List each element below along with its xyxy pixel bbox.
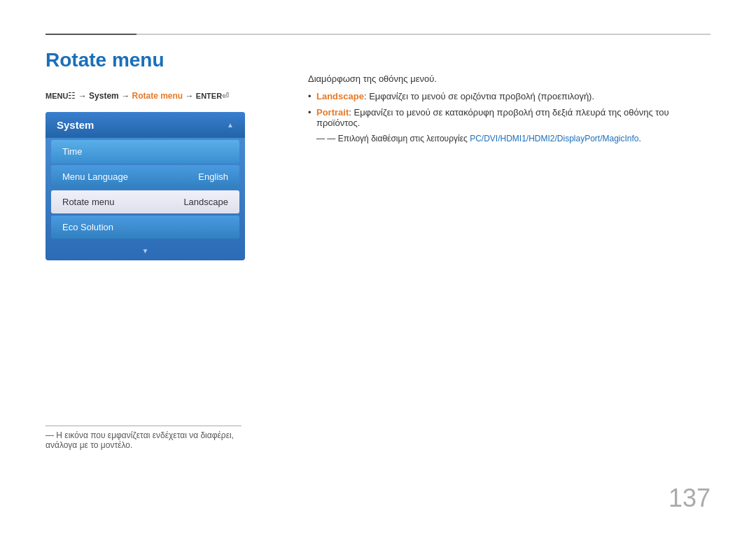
- description-main: Διαμόρφωση της οθόνης μενού.: [308, 73, 710, 84]
- note-prefix: ― Επιλογή διαθέσιμη στις λειτουργίες: [327, 134, 470, 143]
- menu-item-time-label: Time: [62, 146, 82, 157]
- note-suffix: .: [639, 134, 641, 143]
- portrait-text: : Εμφανίζει το μενού σε κατακόρυφη προβο…: [316, 107, 669, 128]
- scroll-down-icon: ▼: [142, 247, 149, 255]
- system-menu: System ▲ Time Menu Language English Rota…: [46, 112, 245, 260]
- system-menu-title: System: [57, 119, 94, 131]
- note-line: ― ― Επιλογή διαθέσιμη στις λειτουργίες P…: [308, 134, 710, 143]
- top-line-accent: [46, 34, 136, 35]
- menu-item-rotate-menu-value: Landscape: [183, 197, 228, 207]
- menu-item-eco-solution-label: Eco Solution: [62, 222, 113, 232]
- menu-icon: ☷: [68, 91, 76, 101]
- rotate-menu-label: Rotate menu: [132, 91, 183, 101]
- page-title: Rotate menu: [46, 49, 164, 71]
- scroll-down-container: ▼: [46, 241, 245, 260]
- footer-note: ― Η εικόνα που εμφανίζεται ενδέχεται να …: [46, 426, 241, 450]
- landscape-text: : Εμφανίζει το μενού σε οριζόντια προβολ…: [364, 91, 594, 101]
- landscape-description: Landscape: Εμφανίζει το μενού σε οριζόντ…: [308, 91, 710, 101]
- system-menu-header: System ▲: [46, 112, 245, 138]
- portrait-term: Portrait: [316, 107, 349, 118]
- system-label: System: [89, 91, 119, 101]
- portrait-description: Portrait: Εμφανίζει το μενού σε κατακόρυ…: [308, 107, 710, 128]
- menu-item-menu-language[interactable]: Menu Language English: [51, 165, 239, 188]
- right-content-area: Διαμόρφωση της οθόνης μενού. Landscape: …: [308, 73, 710, 143]
- arrow-1: →: [78, 91, 89, 101]
- scroll-up-icon: ▲: [227, 121, 234, 129]
- enter-label: ENTER: [196, 92, 222, 100]
- menu-item-menu-language-value: English: [198, 171, 228, 182]
- menu-item-rotate-menu-label: Rotate menu: [62, 197, 114, 207]
- menu-item-time[interactable]: Time: [51, 140, 239, 163]
- menu-symbol: MENU: [46, 92, 68, 100]
- enter-icon: ⏎: [222, 91, 229, 101]
- menu-path: MENU☷ → System → Rotate menu → ENTER⏎: [46, 91, 229, 101]
- arrow-2: →: [121, 91, 132, 101]
- landscape-term: Landscape: [316, 91, 364, 101]
- note-highlight: PC/DVI/HDMI1/HDMI2/DisplayPort/MagicInfo: [470, 134, 638, 143]
- top-line-full: [46, 34, 710, 35]
- page-number: 137: [668, 484, 710, 513]
- menu-item-eco-solution[interactable]: Eco Solution: [51, 216, 239, 239]
- menu-item-rotate-menu[interactable]: Rotate menu Landscape: [51, 190, 239, 213]
- note-dash: ―: [316, 134, 327, 143]
- arrow-3: →: [186, 91, 196, 101]
- description-list: Landscape: Εμφανίζει το μενού σε οριζόντ…: [308, 91, 710, 128]
- menu-item-menu-language-label: Menu Language: [62, 171, 128, 182]
